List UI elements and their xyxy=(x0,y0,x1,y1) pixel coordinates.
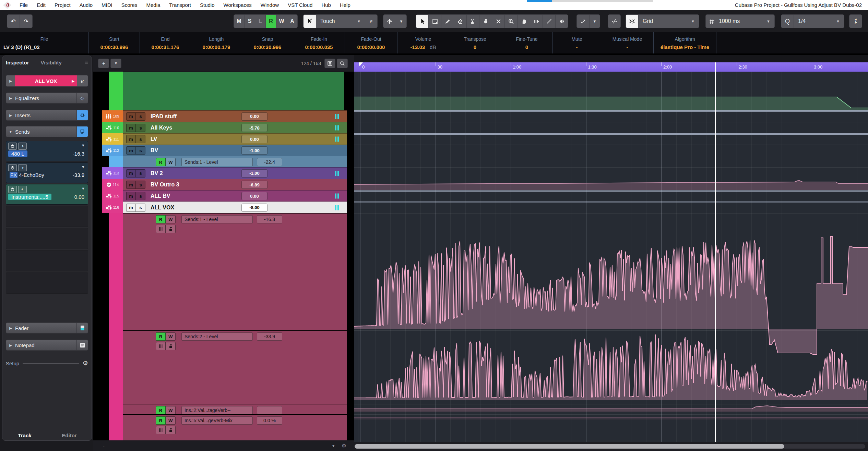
info-field-start[interactable]: Start0:00:30.996 xyxy=(89,32,140,53)
section-equalizers[interactable]: ▶ Equalizers ◇ xyxy=(6,93,88,103)
menu-file[interactable]: File xyxy=(15,0,32,10)
track-icon-block[interactable]: 115 xyxy=(102,190,123,202)
lane-options-button[interactable] xyxy=(156,426,166,434)
section-notepad[interactable]: ▶ Notepad xyxy=(6,340,88,351)
automation-m-button[interactable]: M xyxy=(234,15,245,28)
track-icon-block[interactable]: 116 xyxy=(102,202,123,213)
play-tool-icon[interactable] xyxy=(530,15,543,28)
send-slot-empty[interactable] xyxy=(6,206,88,227)
tab-track[interactable]: Track xyxy=(2,432,47,438)
info-field-mute[interactable]: Mute- xyxy=(553,32,601,53)
menu-scores[interactable]: Scores xyxy=(117,0,142,10)
autoscroll-options-button[interactable]: ▼ xyxy=(396,15,406,28)
automation-read-button[interactable]: R xyxy=(156,332,166,341)
solo-button[interactable]: s xyxy=(136,124,145,132)
inspector-menu-icon[interactable]: ≡ xyxy=(85,59,88,66)
solo-button[interactable]: s xyxy=(136,204,145,212)
send-prepost-icon[interactable]: ◑ xyxy=(18,143,27,150)
info-field-file[interactable]: FileLV 3 (D) (R)_02 xyxy=(0,32,89,53)
gear-icon[interactable]: ⚙ xyxy=(83,359,88,367)
solo-button[interactable]: s xyxy=(136,146,145,155)
split-tool-icon[interactable] xyxy=(467,15,479,28)
automation-read-button[interactable]: R xyxy=(156,416,166,425)
search-icon[interactable] xyxy=(337,59,348,68)
track-icon-block[interactable]: 109 xyxy=(102,110,123,122)
menu-project[interactable]: Project xyxy=(50,0,75,10)
tab-editor[interactable]: Editor xyxy=(47,432,92,438)
tab-visibility[interactable]: Visibility xyxy=(41,60,62,65)
menu-hub[interactable]: Hub xyxy=(317,0,335,10)
info-field-musical-mode[interactable]: Musical Mode- xyxy=(601,32,654,53)
send-slot-empty[interactable] xyxy=(6,250,88,271)
mute-button[interactable]: m xyxy=(126,181,136,189)
track-name[interactable]: IPAD stuff xyxy=(151,113,177,120)
grid-type-select[interactable]: 1000 ms ▼ xyxy=(718,15,774,28)
snap-curve-icon[interactable] xyxy=(608,15,620,28)
playhead-cursor[interactable] xyxy=(715,62,716,442)
gear-icon[interactable]: ⚙ xyxy=(342,442,346,449)
send-level-value[interactable]: -33.9 xyxy=(73,172,86,178)
track-row-content[interactable]: msLV0.00 xyxy=(123,133,347,145)
solo-button[interactable]: s xyxy=(136,112,145,121)
automation-read-button[interactable]: R xyxy=(156,406,166,414)
inspector-track-name[interactable]: ALL VOX ▶ xyxy=(15,75,77,86)
automation-a-button[interactable]: A xyxy=(287,15,297,28)
snap-type-select[interactable]: Grid ▼ xyxy=(639,15,699,28)
line-tool-icon[interactable] xyxy=(543,15,556,28)
mute-button[interactable]: m xyxy=(126,112,136,121)
automation-mode-select[interactable]: Touch ▼ xyxy=(316,15,365,28)
autoscroll-icon[interactable] xyxy=(383,15,396,28)
track-gain-badge[interactable]: 0.00 xyxy=(241,135,267,143)
info-field-fine-tune[interactable]: Fine-Tune0 xyxy=(501,32,553,53)
color-tool-icon[interactable] xyxy=(577,15,590,28)
range-selection-tool-icon[interactable] xyxy=(429,15,441,28)
mute-button[interactable]: m xyxy=(126,204,136,212)
info-field-algorithm[interactable]: Algorithmélastique Pro - Time xyxy=(654,32,716,53)
track-icon-block[interactable]: 114 xyxy=(102,179,123,190)
automation-l-button[interactable]: L xyxy=(255,15,266,28)
solo-button[interactable]: s xyxy=(136,169,145,178)
mute-tool-icon[interactable] xyxy=(492,15,505,28)
chevron-down-icon[interactable]: ▼ xyxy=(332,444,335,448)
automation-write-button[interactable]: W xyxy=(166,215,176,223)
automation-r-button[interactable]: R xyxy=(266,15,276,28)
automation-cursor-icon[interactable] xyxy=(304,15,316,28)
menu-studio[interactable]: Studio xyxy=(195,0,219,10)
mute-button[interactable]: m xyxy=(126,169,136,178)
lane-body[interactable]: RWIns.:5:Val...geVerb-Mix0.0 % xyxy=(123,415,347,442)
track-name[interactable]: BV 2 xyxy=(151,170,163,176)
lane-body[interactable]: RWIns.:2:Val...tageVerb-- xyxy=(123,404,347,414)
object-selection-tool-icon[interactable] xyxy=(416,15,429,28)
track-name[interactable]: BV Outro 3 xyxy=(151,182,179,188)
inserts-active-icon[interactable] xyxy=(76,110,88,120)
chevron-down-icon[interactable]: ▼ xyxy=(81,186,85,191)
track-row-content[interactable]: msBV 2-1.00 xyxy=(123,167,347,179)
automation-write-button[interactable]: W xyxy=(166,406,176,414)
send-level-value[interactable]: 0.00 xyxy=(74,194,86,200)
send-prepost-icon[interactable]: ◐ xyxy=(18,186,27,193)
menu-edit[interactable]: Edit xyxy=(32,0,50,10)
info-field-end[interactable]: End0:00:31.176 xyxy=(140,32,191,53)
track-name[interactable]: ALL BV xyxy=(151,193,170,199)
info-field-length[interactable]: Length0:00:00.179 xyxy=(191,32,242,53)
menu-audio[interactable]: Audio xyxy=(75,0,97,10)
menu-window[interactable]: Window xyxy=(256,0,283,10)
draw-tool-icon[interactable] xyxy=(441,15,454,28)
track-row-content[interactable]: msIPAD stuff0.00 xyxy=(123,110,347,122)
track-name[interactable]: ALL VOX xyxy=(151,205,174,211)
color-menu-button[interactable]: ▼ xyxy=(590,15,600,28)
track-row-content[interactable]: msALL BV0.00 xyxy=(123,190,347,202)
send-slot-2[interactable]: ◑▼FX 4-EchoBoy-33.9 xyxy=(6,162,88,183)
add-track-button[interactable]: + xyxy=(98,59,109,68)
info-field-transpose[interactable]: Transpose0 xyxy=(449,32,501,53)
send-power-icon[interactable] xyxy=(8,164,17,171)
track-gain-badge[interactable]: -1.00 xyxy=(241,169,267,178)
automation-parameter-chip[interactable]: Ins.:5:Val...geVerb-Mix xyxy=(181,416,253,425)
automation-parameter-chip[interactable]: Ins.:2:Val...tageVerb-- xyxy=(181,406,253,414)
info-field-snap[interactable]: Snap0:00:30.996 xyxy=(242,32,293,53)
erase-tool-icon[interactable] xyxy=(454,15,467,28)
track-icon-block[interactable]: 113 xyxy=(102,167,123,179)
send-slot-empty[interactable] xyxy=(6,272,88,294)
track-scale-minus[interactable]: - xyxy=(103,443,105,449)
add-track-options-button[interactable]: ▼ xyxy=(110,59,121,68)
